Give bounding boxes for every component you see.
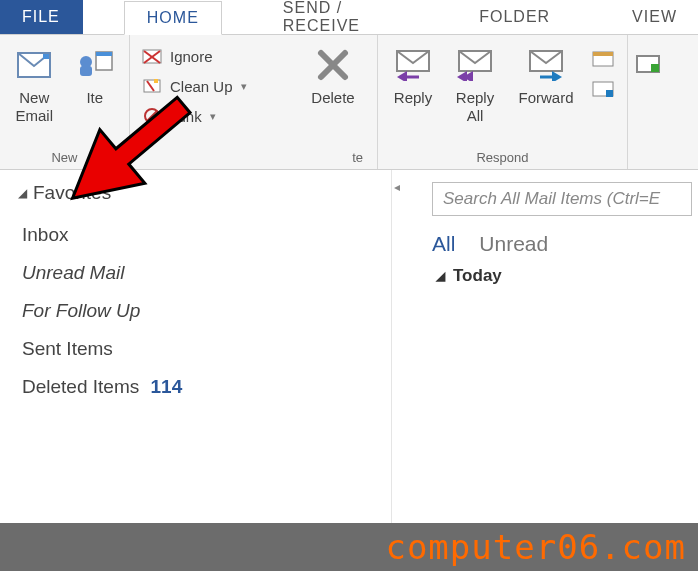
ribbon: New Email Ite New [0, 35, 698, 170]
junk-icon [142, 107, 164, 125]
ribbon-group-delete: Ignore Clean Up ▾ [130, 35, 378, 169]
content-area: ◢ Favorites Inbox Unread Mail For Follow… [0, 170, 698, 523]
collapse-triangle-icon: ◢ [18, 186, 27, 200]
new-items-button[interactable]: Ite [65, 41, 126, 111]
button-label: Ite [86, 89, 103, 107]
filter-row: All Unread [432, 228, 698, 266]
envelope-icon [17, 45, 51, 85]
message-list-pane: Search All Mail Items (Ctrl=E All Unread… [402, 170, 698, 523]
tab-spacer [222, 0, 263, 34]
button-label: Junk [170, 108, 202, 125]
reply-all-icon [455, 45, 495, 85]
svg-rect-22 [593, 52, 613, 56]
forward-button[interactable]: Forward [506, 41, 586, 111]
reply-button[interactable]: Reply [382, 41, 444, 111]
chevron-down-icon: ▾ [208, 110, 216, 123]
respond-extra-column [586, 41, 618, 105]
group-label-empty [632, 163, 664, 169]
clean-up-button[interactable]: Clean Up ▾ [138, 75, 290, 97]
ignore-icon [142, 47, 164, 65]
tab-spacer [418, 0, 459, 34]
svg-rect-26 [651, 64, 659, 72]
folder-sent-items[interactable]: Sent Items [18, 330, 373, 368]
button-label: Clean Up [170, 78, 233, 95]
folder-deleted-items[interactable]: Deleted Items 114 [18, 368, 373, 406]
watermark: computer06.com [0, 523, 698, 571]
more-respond-icon[interactable] [592, 81, 614, 101]
button-label: Forward [518, 89, 573, 107]
ribbon-group-new: New Email Ite New [0, 35, 130, 169]
svg-rect-3 [80, 66, 92, 76]
header-label: Favorites [33, 182, 111, 204]
envelope-partial-icon [635, 45, 661, 85]
folder-inbox[interactable]: Inbox [18, 216, 373, 254]
delete-x-icon [315, 45, 351, 85]
tab-home[interactable]: HOME [124, 1, 222, 35]
tab-spacer [571, 0, 612, 34]
folder-for-follow-up[interactable]: For Follow Up [18, 292, 373, 330]
chevron-down-icon: ▾ [239, 80, 247, 93]
meeting-reply-icon[interactable] [592, 51, 614, 71]
date-group-today[interactable]: ◢ Today [432, 266, 698, 286]
button-label: Reply [394, 89, 432, 107]
filter-all[interactable]: All [432, 232, 455, 256]
ribbon-group-partial [628, 35, 668, 169]
button-label: Ignore [170, 48, 213, 65]
partial-button[interactable] [632, 41, 664, 93]
collapse-triangle-icon: ◢ [436, 269, 445, 283]
folder-label: Deleted Items [22, 376, 139, 397]
delete-button[interactable]: Delete [294, 41, 372, 111]
folder-unread-mail[interactable]: Unread Mail [18, 254, 373, 292]
tab-file[interactable]: FILE [0, 0, 83, 34]
junk-button[interactable]: Junk ▾ [138, 105, 290, 127]
ignore-button[interactable]: Ignore [138, 45, 290, 67]
button-label: Reply All [456, 89, 494, 125]
reply-all-button[interactable]: Reply All [444, 41, 506, 129]
tab-spacer [83, 0, 124, 34]
group-label: New [4, 148, 125, 169]
filter-unread[interactable]: Unread [479, 232, 548, 256]
favorites-header[interactable]: ◢ Favorites [18, 182, 373, 204]
svg-rect-5 [96, 52, 112, 56]
new-items-icon [76, 45, 114, 85]
date-label: Today [453, 266, 502, 286]
folder-pane: ◢ Favorites Inbox Unread Mail For Follow… [0, 170, 392, 523]
group-label: Respond [382, 148, 623, 169]
svg-rect-24 [606, 90, 613, 97]
button-label: New Email [15, 89, 53, 125]
ribbon-group-respond: Reply Reply All [378, 35, 628, 169]
tab-send-receive[interactable]: SEND / RECEIVE [263, 0, 418, 34]
ribbon-tab-row: FILE HOME SEND / RECEIVE FOLDER VIEW [0, 0, 698, 35]
pane-collapse-handle[interactable]: ◂ [392, 170, 402, 523]
button-label: Delete [311, 89, 354, 107]
tab-view[interactable]: VIEW [612, 0, 698, 34]
svg-line-13 [147, 111, 157, 121]
svg-rect-11 [154, 79, 158, 83]
tab-folder[interactable]: FOLDER [459, 0, 571, 34]
svg-rect-1 [43, 54, 49, 59]
deleted-count: 114 [151, 376, 183, 397]
group-label: te [134, 148, 373, 169]
new-email-button[interactable]: New Email [4, 41, 65, 129]
search-input[interactable]: Search All Mail Items (Ctrl=E [432, 182, 692, 216]
forward-icon [526, 45, 566, 85]
cleanup-icon [142, 77, 164, 95]
reply-icon [393, 45, 433, 85]
